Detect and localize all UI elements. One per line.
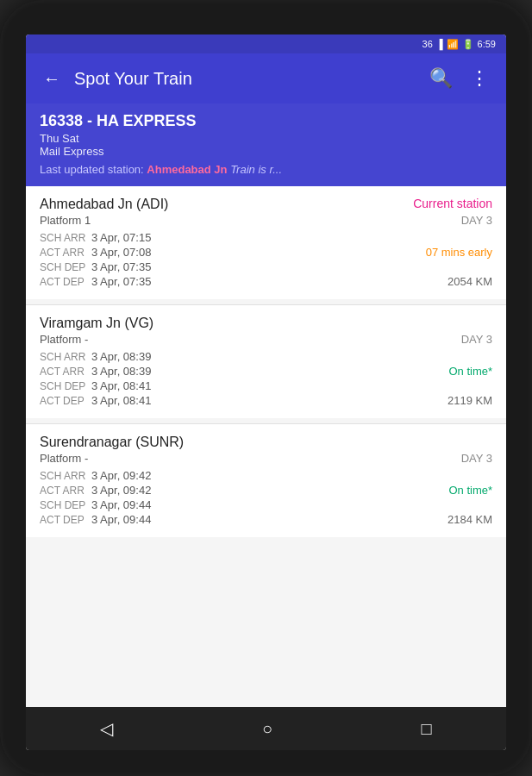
act-dep-value: 3 Apr, 07:35 [91,275,448,288]
act-arr-value: 3 Apr, 07:08 [91,246,426,259]
act-dep-label: ACT DEP [40,395,91,407]
day-info: DAY 3 [461,214,492,227]
sch-arr-row: SCH ARR 3 Apr, 07:15 [40,230,492,245]
station-name: Ahmedabad Jn (ADI) [40,197,168,212]
wifi-icon: 📶 [447,39,459,50]
act-arr-status: On time* [448,484,492,497]
sch-dep-row: SCH DEP 3 Apr, 07:35 [40,260,492,274]
act-arr-value: 3 Apr, 09:42 [91,484,448,497]
sch-arr-value: 3 Apr, 07:15 [91,231,492,244]
sch-dep-value: 3 Apr, 09:44 [91,498,492,511]
platform-info: Platform - [40,452,88,465]
day-info: DAY 3 [461,452,492,465]
train-name: 16338 - HA EXPRESS [40,112,492,130]
act-arr-label: ACT ARR [40,247,91,259]
act-arr-row: ACT ARR 3 Apr, 07:08 07 mins early [40,245,492,260]
stations-list: Ahmedabad Jn (ADI) Current station Platf… [26,186,506,707]
recent-nav-button[interactable]: □ [404,712,449,746]
sch-arr-label: SCH ARR [40,351,91,363]
time-display: 6:59 [478,39,496,49]
menu-button[interactable]: ⋮ [466,64,492,93]
back-button[interactable]: ← [40,66,64,92]
sch-dep-label: SCH DEP [40,261,91,273]
station-card: Ahmedabad Jn (ADI) Current station Platf… [26,186,506,299]
status-bar: 36 ▐ 📶 🔋 6:59 [26,34,506,53]
train-header: 16338 - HA EXPRESS Thu Sat Mail Express … [26,103,506,186]
act-dep-row: ACT DEP 3 Apr, 07:35 2054 KM [40,274,492,289]
day-info: DAY 3 [461,333,492,346]
sch-arr-row: SCH ARR 3 Apr, 09:42 [40,468,492,483]
station-name: Viramgam Jn (VG) [40,316,153,331]
sch-arr-label: SCH ARR [40,470,91,482]
platform-info: Platform 1 [40,214,91,227]
act-dep-label: ACT DEP [40,276,91,288]
train-days: Thu Sat [40,132,492,145]
search-button[interactable]: 🔍 [426,64,456,93]
sch-arr-row: SCH ARR 3 Apr, 08:39 [40,349,492,364]
station-name: Surendranagar (SUNR) [40,435,184,450]
act-arr-label: ACT ARR [40,485,91,497]
current-station-badge: Current station [413,197,492,210]
sch-arr-value: 3 Apr, 09:42 [91,469,492,482]
battery-icon: 🔋 [462,39,474,50]
sch-arr-label: SCH ARR [40,232,91,244]
sch-arr-value: 3 Apr, 08:39 [91,350,492,363]
act-arr-status: On time* [448,365,492,378]
home-nav-button[interactable]: ○ [245,712,290,746]
signal-bars-icon: ▐ [436,39,443,49]
act-arr-row: ACT ARR 3 Apr, 08:39 On time* [40,364,492,379]
signal-indicator: 36 [422,39,433,49]
act-dep-value: 3 Apr, 09:44 [91,513,448,526]
act-arr-row: ACT ARR 3 Apr, 09:42 On time* [40,483,492,498]
platform-info: Platform - [40,333,88,346]
km-value: 2184 KM [448,513,492,526]
phone-shell: 36 ▐ 📶 🔋 6:59 ← Spot Your Train 🔍 ⋮ 1633… [0,0,532,776]
station-card: Viramgam Jn (VG) Platform - DAY 3 SCH AR… [26,305,506,418]
act-arr-value: 3 Apr, 08:39 [91,365,448,378]
last-updated-status: Train is r... [230,163,282,176]
act-dep-row: ACT DEP 3 Apr, 09:44 2184 KM [40,512,492,527]
back-nav-button[interactable]: ◁ [83,711,130,746]
last-updated-station: Ahmedabad Jn [147,163,227,176]
train-type: Mail Express [40,145,492,158]
sch-dep-row: SCH DEP 3 Apr, 09:44 [40,498,492,512]
sch-dep-value: 3 Apr, 07:35 [91,260,492,273]
app-bar-title: Spot Your Train [74,69,416,89]
act-dep-label: ACT DEP [40,514,91,526]
sch-dep-label: SCH DEP [40,499,91,511]
last-updated-info: Last updated station: Ahmedabad Jn Train… [40,163,492,176]
act-arr-label: ACT ARR [40,366,91,378]
station-card: Surendranagar (SUNR) Platform - DAY 3 SC… [26,424,506,537]
km-value: 2054 KM [448,275,492,288]
sch-dep-value: 3 Apr, 08:41 [91,379,492,392]
phone-screen: 36 ▐ 📶 🔋 6:59 ← Spot Your Train 🔍 ⋮ 1633… [26,34,506,750]
km-value: 2119 KM [448,394,492,407]
sch-dep-row: SCH DEP 3 Apr, 08:41 [40,379,492,393]
act-dep-value: 3 Apr, 08:41 [91,394,448,407]
last-updated-label: Last updated station: [40,163,144,176]
sch-dep-label: SCH DEP [40,380,91,392]
act-dep-row: ACT DEP 3 Apr, 08:41 2119 KM [40,393,492,408]
bottom-nav: ◁ ○ □ [26,707,506,750]
act-arr-status: 07 mins early [426,246,492,259]
app-bar: ← Spot Your Train 🔍 ⋮ [26,53,506,103]
